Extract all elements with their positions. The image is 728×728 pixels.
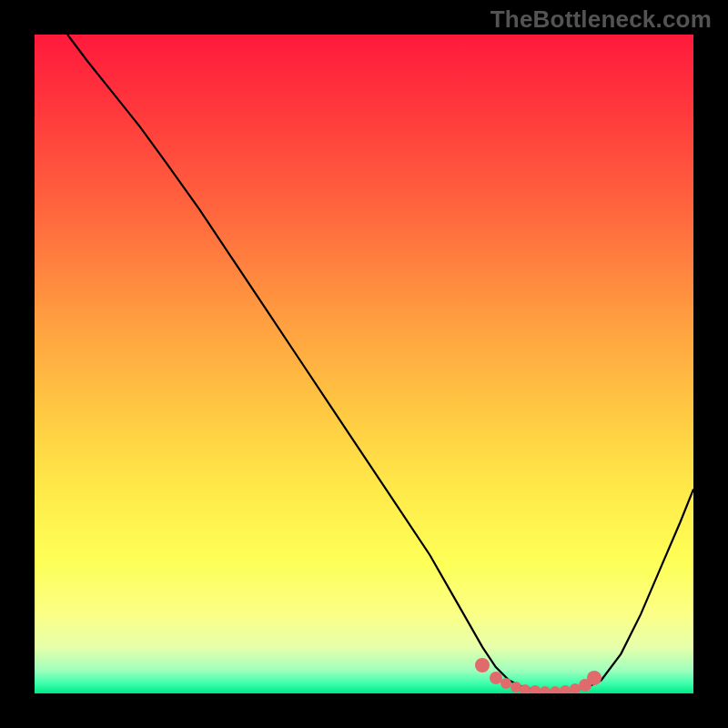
valley-dot xyxy=(587,671,602,685)
valley-dot xyxy=(475,658,490,672)
curve-svg xyxy=(35,35,693,693)
watermark-text: TheBottleneck.com xyxy=(490,5,712,34)
frame: TheBottleneck.com xyxy=(0,0,728,728)
plot-area xyxy=(35,35,693,693)
bottleneck-curve xyxy=(67,35,693,692)
